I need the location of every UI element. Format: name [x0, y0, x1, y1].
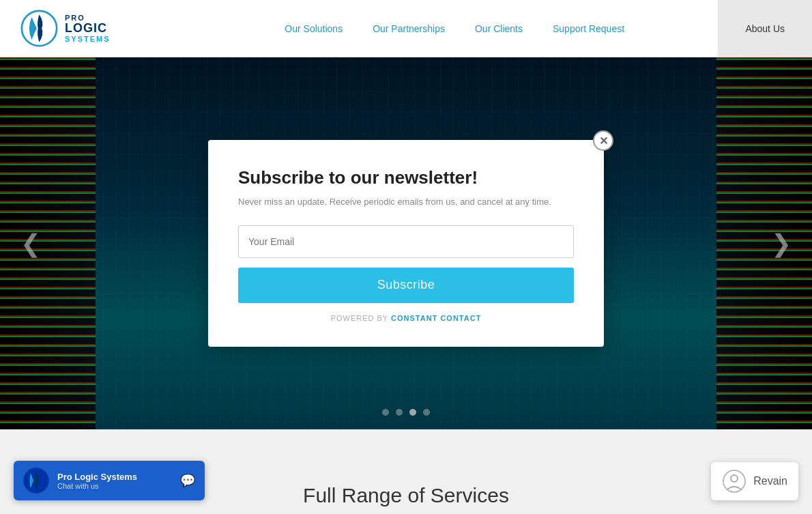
- newsletter-modal: ✕ Subscribe to our newsletter! Never mis…: [208, 140, 604, 347]
- chat-info: Pro Logic Systems Chat with us: [57, 472, 172, 490]
- nav-item-about-us[interactable]: About Us: [718, 0, 812, 57]
- chat-avatar: [23, 468, 49, 494]
- chat-action-label: Chat with us: [57, 482, 172, 490]
- modal-close-button[interactable]: ✕: [593, 130, 613, 151]
- header: PRO LOGIC SYSTEMS Our Solutions Our Part…: [0, 0, 812, 57]
- nav-item-our-clients[interactable]: Our Clients: [460, 0, 538, 57]
- chat-widget[interactable]: Pro Logic Systems Chat with us 💬: [14, 461, 205, 500]
- logo-pro: PRO: [65, 14, 111, 22]
- revain-widget[interactable]: Revain: [711, 462, 798, 500]
- subscribe-button[interactable]: Subscribe: [238, 268, 574, 303]
- modal-overlay[interactable]: ✕ Subscribe to our newsletter! Never mis…: [0, 57, 812, 429]
- revain-label: Revain: [753, 475, 787, 487]
- chat-company-name: Pro Logic Systems: [57, 472, 172, 482]
- modal-footer: POWERED BY CONSTANT CONTACT: [238, 314, 574, 322]
- main-nav: Our Solutions Our Partnerships Our Clien…: [191, 0, 718, 57]
- services-title: Full Range of Services: [303, 484, 509, 507]
- modal-title: Subscribe to our newsletter!: [238, 167, 574, 188]
- logo-logic: LOGIC: [65, 22, 111, 35]
- nav-item-our-solutions[interactable]: Our Solutions: [270, 0, 358, 57]
- chat-bubble-icon: 💬: [180, 473, 195, 488]
- hero-section: We Can Manage Your IT Infrastructure Any…: [0, 57, 812, 429]
- constant-contact-link[interactable]: CONSTANT CONTACT: [391, 314, 481, 322]
- logo-area: PRO LOGIC SYSTEMS: [0, 10, 191, 47]
- svg-point-3: [731, 475, 738, 482]
- logo-icon: [20, 10, 58, 47]
- nav-item-support-request[interactable]: Support Request: [538, 0, 639, 57]
- revain-logo-icon: [722, 469, 746, 494]
- powered-by-label: POWERED BY: [331, 314, 388, 322]
- logo-systems: SYSTEMS: [65, 35, 111, 43]
- nav-item-our-partnerships[interactable]: Our Partnerships: [358, 0, 460, 57]
- email-input[interactable]: [238, 225, 574, 258]
- chat-avatar-icon: [23, 468, 49, 494]
- modal-subtitle: Never miss an update. Receive periodic e…: [238, 195, 574, 209]
- logo-text: PRO LOGIC SYSTEMS: [65, 14, 111, 44]
- revain-icon: [722, 469, 746, 494]
